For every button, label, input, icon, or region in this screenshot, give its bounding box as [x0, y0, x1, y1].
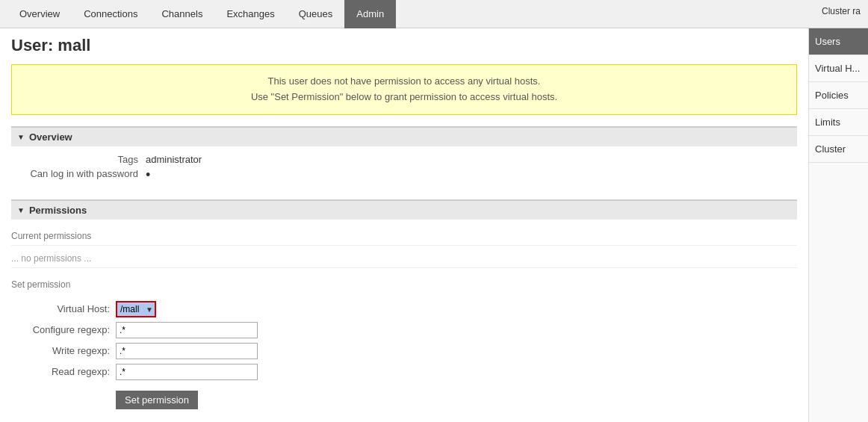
- can-log-row: Can log in with password •: [11, 168, 797, 181]
- tab-queues[interactable]: Queues: [287, 0, 345, 28]
- configure-regexp-label: Configure regexp:: [11, 324, 116, 335]
- permissions-section-header[interactable]: ▼ Permissions: [11, 201, 797, 220]
- virtual-host-label: Virtual Host:: [11, 303, 116, 314]
- permissions-section-title: Permissions: [29, 205, 87, 216]
- tab-exchanges[interactable]: Exchanges: [214, 0, 286, 28]
- set-permission-label: Set permission: [11, 276, 797, 294]
- sidebar-item-users[interactable]: Users: [809, 28, 868, 55]
- tab-overview[interactable]: Overview: [7, 0, 72, 28]
- read-regexp-input[interactable]: [116, 364, 258, 380]
- sidebar-item-limits[interactable]: Limits: [809, 109, 868, 136]
- tab-admin[interactable]: Admin: [344, 0, 396, 28]
- virtual-host-select[interactable]: /mall: [116, 301, 156, 317]
- warning-line2: Use "Set Permission" below to grant perm…: [21, 90, 787, 105]
- configure-regexp-row: Configure regexp:: [11, 322, 797, 338]
- permissions-section: ▼ Permissions Current permissions ... no…: [11, 199, 797, 421]
- tags-row: Tags administrator: [11, 154, 797, 165]
- can-log-value: •: [146, 168, 150, 181]
- no-permissions-text: ... no permissions ...: [11, 249, 797, 268]
- tab-connections[interactable]: Connections: [72, 0, 149, 28]
- overview-arrow-icon: ▼: [17, 133, 25, 141]
- cluster-info: Cluster ra: [822, 6, 861, 16]
- page-title-prefix: User:: [11, 36, 58, 55]
- right-sidebar: Users Virtual H... Policies Limits Clust…: [808, 28, 868, 422]
- tags-value: administrator: [146, 154, 202, 165]
- read-regexp-row: Read regexp:: [11, 364, 797, 380]
- can-log-label: Can log in with password: [11, 168, 146, 181]
- virtual-host-select-wrapper: /mall ▼: [116, 301, 156, 317]
- set-permission-button[interactable]: Set permission: [116, 391, 198, 409]
- permissions-section-body: Current permissions ... no permissions .…: [11, 220, 797, 421]
- write-regexp-row: Write regexp:: [11, 343, 797, 359]
- current-permissions-label: Current permissions: [11, 227, 797, 246]
- page-title-user: mall: [58, 36, 90, 55]
- overview-section-title: Overview: [29, 131, 72, 143]
- write-regexp-input[interactable]: [116, 343, 258, 359]
- set-permission-button-row: Set permission: [11, 385, 797, 409]
- sidebar-item-virtual-hosts[interactable]: Virtual H...: [809, 55, 868, 82]
- main-content: User: mall This user does not have permi…: [0, 28, 808, 422]
- virtual-host-row: Virtual Host: /mall ▼: [11, 301, 797, 317]
- warning-box: This user does not have permission to ac…: [11, 64, 797, 115]
- tab-channels[interactable]: Channels: [149, 0, 214, 28]
- permissions-arrow-icon: ▼: [17, 206, 25, 214]
- page-layout: User: mall This user does not have permi…: [0, 28, 868, 422]
- sidebar-item-policies[interactable]: Policies: [809, 82, 868, 109]
- overview-section: ▼ Overview Tags administrator Can log in…: [11, 126, 797, 192]
- top-navigation: Overview Connections Channels Exchanges …: [0, 0, 868, 28]
- overview-section-header[interactable]: ▼ Overview: [11, 128, 797, 146]
- configure-regexp-input[interactable]: [116, 322, 258, 338]
- warning-line1: This user does not have permission to ac…: [21, 74, 787, 90]
- tags-label: Tags: [11, 154, 146, 165]
- page-title: User: mall: [11, 36, 797, 55]
- read-regexp-label: Read regexp:: [11, 366, 116, 377]
- sidebar-item-cluster[interactable]: Cluster: [809, 136, 868, 163]
- write-regexp-label: Write regexp:: [11, 345, 116, 356]
- overview-section-body: Tags administrator Can log in with passw…: [11, 146, 797, 192]
